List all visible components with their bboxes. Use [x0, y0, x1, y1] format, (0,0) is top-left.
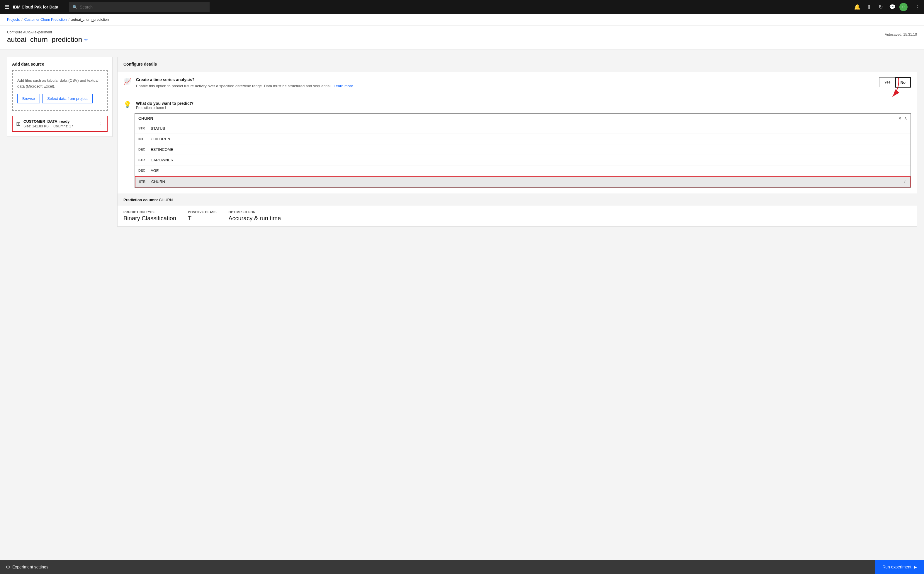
col-name-churn: CHURN: [151, 180, 165, 184]
pred-optimized-label: OPTIMIZED FOR: [228, 210, 281, 214]
lightbulb-icon: 💡: [123, 101, 131, 109]
prediction-info-bar: Prediction column: CHURN: [117, 194, 917, 206]
top-nav-actions: 🔔 ⬆ ↻ 💬 U ⋮⋮: [853, 2, 919, 12]
data-file-menu-icon[interactable]: ⋮: [98, 121, 103, 127]
chat-icon[interactable]: 💬: [888, 2, 897, 12]
prediction-type-field: PREDICTION TYPE Binary Classification: [123, 210, 176, 222]
dropdown-item-status[interactable]: STR STATUS: [135, 123, 911, 134]
play-icon: ▶: [914, 565, 917, 565]
browse-button[interactable]: Browse: [17, 94, 40, 103]
file-table-icon: ⊞: [16, 121, 21, 127]
data-file-size: Size: 141.83 KB: [24, 124, 49, 128]
upload-zone-text: Add files such as tabular data (CSV) and…: [17, 77, 102, 89]
prediction-subtitle-text: Prediction column: [136, 106, 164, 110]
gear-icon: ⚙: [6, 565, 10, 566]
col-type-estincome: DEC: [138, 148, 147, 151]
main-content: Add data source Add files such as tabula…: [0, 50, 924, 565]
dropdown-item-age[interactable]: DEC AGE: [135, 166, 911, 176]
dropdown-item-children[interactable]: INT CHILDREN: [135, 134, 911, 144]
learn-more-link[interactable]: Learn more: [334, 84, 353, 88]
avatar[interactable]: U: [899, 3, 908, 11]
dropdown-control-icons: ✕ ∧: [898, 116, 907, 121]
col-name-estincome: ESTINCOME: [151, 147, 173, 152]
prediction-title: What do you want to predict?: [136, 101, 193, 106]
run-experiment-button[interactable]: Run experiment ▶: [875, 560, 924, 565]
col-type-churn: STR: [139, 180, 148, 183]
left-panel: Add data source Add files such as tabula…: [7, 57, 112, 137]
pred-type-value: Binary Classification: [123, 215, 176, 222]
time-series-title: Create a time series analysis?: [136, 77, 875, 82]
breadcrumb-projects[interactable]: Projects: [7, 17, 20, 22]
pred-class-value: T: [188, 215, 217, 222]
breadcrumb-sep-1: /: [21, 17, 22, 22]
prediction-info-value: CHURN: [159, 198, 172, 202]
info-icon[interactable]: ℹ: [165, 106, 166, 110]
data-file-meta: Size: 141.83 KB Columns: 17: [24, 124, 95, 128]
col-name-children: CHILDREN: [151, 137, 170, 141]
prediction-info-label: Prediction column:: [123, 198, 158, 202]
breadcrumb-project[interactable]: Customer Churn Prediction: [24, 17, 67, 22]
dropdown-item-churn[interactable]: STR CHURN ✓: [135, 176, 911, 188]
configure-header: Configure details: [117, 57, 917, 71]
page-header-info: Configure AutoAI experiment autoai_churn…: [7, 30, 88, 44]
time-series-desc: Enable this option to predict future act…: [136, 83, 875, 89]
column-dropdown[interactable]: CHURN ✕ ∧ STR STATUS INT CHILDREN: [134, 114, 911, 188]
top-navigation: ☰ IBM Cloud Pak for Data 🔍 🔔 ⬆ ↻ 💬 U ⋮⋮: [0, 0, 924, 14]
prediction-section: 💡 What do you want to predict? Predictio…: [117, 95, 917, 194]
pred-optimized-value: Accuracy & run time: [228, 215, 281, 222]
col-type-status: STR: [138, 126, 147, 130]
page-title-text: autoai_churn_prediction: [7, 35, 82, 44]
hamburger-menu-icon[interactable]: ☰: [5, 4, 9, 10]
col-type-children: INT: [138, 137, 147, 140]
configure-label: Configure AutoAI experiment: [7, 30, 88, 34]
right-panel: Configure details 📈 Create a time series…: [117, 57, 917, 227]
app-logo: IBM Cloud Pak for Data: [13, 5, 59, 9]
experiment-settings-label: Experiment settings: [12, 565, 48, 565]
select-data-button[interactable]: Select data from project: [42, 94, 92, 103]
time-series-content: Create a time series analysis? Enable th…: [136, 77, 875, 89]
page-title: autoai_churn_prediction ✏: [7, 35, 88, 44]
time-series-section: 📈 Create a time series analysis? Enable …: [117, 71, 917, 95]
clear-icon[interactable]: ✕: [898, 116, 902, 121]
prediction-subtitle: Prediction column ℹ: [136, 106, 193, 110]
dropdown-selected-value: CHURN: [138, 116, 153, 121]
time-series-desc-text: Enable this option to predict future act…: [136, 84, 332, 88]
dropdown-selected[interactable]: CHURN ✕ ∧: [135, 114, 911, 123]
prediction-header: 💡 What do you want to predict? Predictio…: [123, 101, 911, 110]
pred-type-label: PREDICTION TYPE: [123, 210, 176, 214]
dropdown-list: STR STATUS INT CHILDREN DEC ESTINCOME ST…: [135, 123, 911, 188]
breadcrumb: Projects / Customer Churn Prediction / a…: [0, 14, 924, 25]
edit-icon[interactable]: ✏: [84, 37, 88, 43]
upload-actions: Browse Select data from project: [17, 94, 102, 103]
search-bar: 🔍: [69, 2, 210, 12]
upload-icon[interactable]: ⬆: [864, 2, 873, 12]
notification-icon[interactable]: 🔔: [853, 2, 862, 12]
data-file-columns: Columns: 17: [53, 124, 73, 128]
col-name-status: STATUS: [151, 126, 165, 131]
col-name-age: AGE: [151, 169, 158, 173]
col-type-carowner: STR: [138, 158, 147, 162]
autosaved-status: Autosaved: 15:31:10: [885, 30, 917, 36]
page-header: Configure AutoAI experiment autoai_churn…: [0, 25, 924, 50]
dropdown-item-carowner[interactable]: STR CAROWNER: [135, 155, 911, 166]
experiment-settings-button[interactable]: ⚙ Experiment settings: [0, 560, 54, 565]
chevron-up-icon[interactable]: ∧: [904, 116, 907, 121]
check-icon: ✓: [903, 180, 907, 184]
optimized-for-field: OPTIMIZED FOR Accuracy & run time: [228, 210, 281, 222]
red-arrow-annotation: [884, 76, 902, 101]
left-panel-title: Add data source: [12, 62, 108, 66]
search-icon: 🔍: [73, 5, 78, 9]
prediction-type-section: PREDICTION TYPE Binary Classification PO…: [117, 206, 917, 226]
breadcrumb-current: autoai_churn_prediction: [71, 17, 109, 22]
search-input[interactable]: [80, 5, 206, 9]
pred-class-label: POSITIVE CLASS: [188, 210, 217, 214]
upload-zone: Add files such as tabular data (CSV) and…: [12, 70, 108, 111]
grid-icon[interactable]: ⋮⋮: [910, 2, 919, 12]
positive-class-field: POSITIVE CLASS T: [188, 210, 217, 222]
dropdown-item-estincome[interactable]: DEC ESTINCOME: [135, 144, 911, 155]
prediction-header-text: What do you want to predict? Prediction …: [136, 101, 193, 110]
col-type-age: DEC: [138, 169, 147, 172]
refresh-icon[interactable]: ↻: [876, 2, 885, 12]
data-file-info: CUSTOMER_DATA_ready Size: 141.83 KB Colu…: [24, 119, 95, 128]
run-experiment-label: Run experiment: [882, 565, 911, 565]
